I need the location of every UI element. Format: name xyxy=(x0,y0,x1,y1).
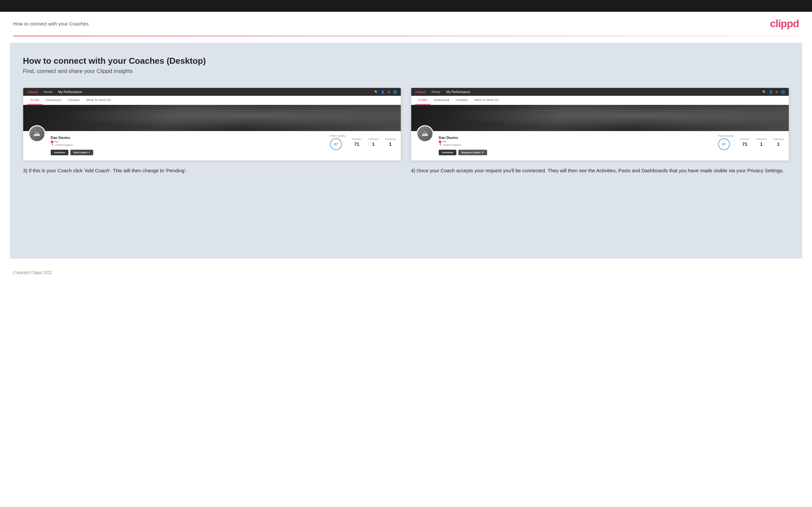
left-tab-profile[interactable]: Profile xyxy=(27,96,43,105)
right-column: clippd Home My Performance 🔍 👤 ⚙ 🌐 Profi… xyxy=(411,88,789,174)
right-tab-activities[interactable]: Activities xyxy=(452,96,471,105)
copyright-text: Copyright Clippd 2022 xyxy=(13,270,52,275)
left-nav-performance: My Performance xyxy=(58,90,82,94)
right-user-location: 📍 United Kingdom xyxy=(439,144,713,147)
right-avatar: ⛰ xyxy=(416,125,434,142)
right-tab-what-to-work-on[interactable]: What To Work On xyxy=(471,96,502,105)
right-badge-dot xyxy=(439,140,441,143)
footer: Copyright Clippd 2022 xyxy=(0,265,812,280)
right-location-text: United Kingdom xyxy=(443,144,461,147)
right-caption: 4) Once your Coach accepts your request … xyxy=(411,167,789,174)
left-user-name: Dan Davies xyxy=(51,136,325,139)
left-user-icon: 👤 xyxy=(381,90,385,94)
left-location-text: United Kingdom xyxy=(55,144,73,147)
left-settings-icon: ⚙ xyxy=(387,90,390,94)
left-globe-icon: 🌐 xyxy=(393,90,397,94)
left-following-value: 1 xyxy=(385,142,396,147)
section-subtitle: Find, connect and share your Clippd insi… xyxy=(23,68,789,74)
right-user-icon: 👤 xyxy=(769,90,773,94)
right-avatar-figure: ⛰ xyxy=(421,129,428,138)
left-screenshot: clippd Home My Performance 🔍 👤 ⚙ 🌐 Profi… xyxy=(23,88,401,161)
right-stat-quality: Player Quality 97 xyxy=(718,134,733,150)
left-location-icon: 📍 xyxy=(51,144,54,147)
left-activities-label: Activities xyxy=(352,137,362,140)
page-title: How to connect with your Coaches xyxy=(13,21,89,26)
right-remove-coach-button[interactable]: Remove Coach ✕ xyxy=(458,150,487,155)
right-activities-value: 71 xyxy=(740,142,750,147)
header: How to connect with your Coaches clippd xyxy=(0,12,812,36)
right-user-info: Dan Davies Pro 📍 United Kingdom Unfollow xyxy=(439,134,713,155)
right-followers-label: Followers xyxy=(756,137,766,140)
right-stat-activities: Activities 71 xyxy=(740,137,750,147)
left-stat-activities: Activities 71 xyxy=(352,137,362,147)
left-unfollow-button[interactable]: Unfollow xyxy=(51,150,68,155)
left-caption: 3) If this is your Coach click 'Add Coac… xyxy=(23,167,401,174)
right-screenshot: clippd Home My Performance 🔍 👤 ⚙ 🌐 Profi… xyxy=(411,88,789,161)
left-badge-label: Pro xyxy=(54,140,58,143)
right-nav-icons: 🔍 👤 ⚙ 🌐 xyxy=(762,90,785,94)
left-nav-home: Home xyxy=(44,90,52,94)
right-profile-section: ⛰ Dan Davies Pro 📍 United Kingdom xyxy=(411,131,789,161)
left-avatar-wrap: ⛰ xyxy=(29,125,46,142)
left-banner-overlay xyxy=(23,105,401,131)
left-tab-what-to-work-on[interactable]: What To Work On xyxy=(83,96,114,105)
left-quality-value: 97 xyxy=(334,142,338,146)
left-user-info: Dan Davies Pro 📍 United Kingdom Unfollow xyxy=(51,134,325,155)
left-badge-dot xyxy=(51,140,53,143)
left-action-buttons: Unfollow Add Coach + xyxy=(51,150,325,155)
left-avatar: ⛰ xyxy=(29,125,46,142)
right-action-buttons: Unfollow Remove Coach ✕ xyxy=(439,150,713,155)
right-avatar-wrap: ⛰ xyxy=(416,125,434,142)
right-quality-label: Player Quality xyxy=(718,134,733,137)
right-tab-dashboard[interactable]: Dashboard xyxy=(430,96,452,105)
right-search-icon: 🔍 xyxy=(762,90,766,94)
left-profile-section: ⛰ Dan Davies Pro 📍 United Kingdom xyxy=(23,131,401,161)
right-quality-value: 97 xyxy=(722,142,726,146)
right-badge-label: Pro xyxy=(442,140,446,143)
left-following-label: Following xyxy=(385,137,396,140)
right-banner-overlay xyxy=(411,105,789,131)
right-nav-logo: clippd xyxy=(415,90,426,94)
left-followers-label: Followers xyxy=(368,137,378,140)
left-banner xyxy=(23,105,401,131)
right-quality-circle: 97 xyxy=(718,138,730,150)
left-stat-following: Following 1 xyxy=(385,137,396,147)
logo: clippd xyxy=(770,18,799,30)
right-nav-home: Home xyxy=(432,90,440,94)
right-followers-value: 1 xyxy=(756,142,766,147)
right-following-label: Following xyxy=(773,137,783,140)
left-stat-quality: Player Quality 97 xyxy=(330,134,346,150)
left-column: clippd Home My Performance 🔍 👤 ⚙ 🌐 Profi… xyxy=(23,88,401,174)
right-nav-performance: My Performance xyxy=(446,90,470,94)
left-add-coach-button[interactable]: Add Coach + xyxy=(70,150,93,155)
left-mock-tabs: Profile Dashboard Activities What To Wor… xyxy=(23,96,401,105)
right-tab-profile[interactable]: Profile xyxy=(415,96,430,105)
right-banner xyxy=(411,105,789,131)
left-user-badge: Pro xyxy=(51,140,325,143)
left-activities-value: 71 xyxy=(352,142,362,147)
left-mock-nav: clippd Home My Performance 🔍 👤 ⚙ 🌐 xyxy=(23,88,401,96)
right-settings-icon: ⚙ xyxy=(775,90,778,94)
left-avatar-figure: ⛰ xyxy=(33,129,41,138)
left-tab-dashboard[interactable]: Dashboard xyxy=(43,96,64,105)
right-stat-following: Following 1 xyxy=(773,137,783,147)
two-column-layout: clippd Home My Performance 🔍 👤 ⚙ 🌐 Profi… xyxy=(23,88,789,174)
left-nav-icons: 🔍 👤 ⚙ 🌐 xyxy=(374,90,397,94)
left-user-location: 📍 United Kingdom xyxy=(51,144,325,147)
left-stats: Player Quality 97 Activities 71 Follower… xyxy=(330,134,396,150)
right-unfollow-button[interactable]: Unfollow xyxy=(439,150,456,155)
right-user-name: Dan Davies xyxy=(439,136,713,139)
left-quality-circle: 97 xyxy=(330,138,342,150)
left-tab-activities[interactable]: Activities xyxy=(64,96,83,105)
top-bar xyxy=(0,0,812,12)
right-user-badge: Pro xyxy=(439,140,713,143)
section-title: How to connect with your Coaches (Deskto… xyxy=(23,56,789,66)
left-followers-value: 1 xyxy=(368,142,378,147)
left-nav-logo: clippd xyxy=(27,90,38,94)
left-stat-followers: Followers 1 xyxy=(368,137,378,147)
right-location-icon: 📍 xyxy=(439,144,442,147)
right-stat-followers: Followers 1 xyxy=(756,137,766,147)
main-content: How to connect with your Coaches (Deskto… xyxy=(10,43,802,259)
header-divider xyxy=(13,36,799,36)
right-mock-tabs: Profile Dashboard Activities What To Wor… xyxy=(411,96,789,105)
